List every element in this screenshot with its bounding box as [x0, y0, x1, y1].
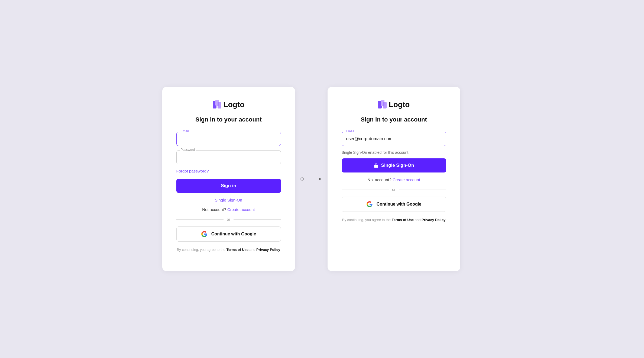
- right-terms-text: By continuing, you agree to the Terms of…: [342, 217, 446, 228]
- right-divider: or: [342, 187, 446, 192]
- left-card: Logto Sign in to your account Email Pass…: [162, 87, 295, 271]
- left-password-label: Password: [180, 148, 196, 152]
- right-divider-text: or: [392, 187, 395, 192]
- forgot-password-link[interactable]: Forgot password?: [176, 169, 281, 173]
- left-divider: or: [176, 217, 281, 222]
- left-password-field-wrapper: Password: [176, 150, 281, 164]
- svg-point-3: [301, 178, 303, 180]
- right-sso-button[interactable]: Single Sign-On: [342, 158, 446, 172]
- right-privacy-policy-link[interactable]: Privacy Policy: [422, 218, 445, 222]
- left-email-input[interactable]: [176, 132, 281, 146]
- sign-in-button[interactable]: Sign in: [176, 179, 281, 193]
- right-no-account-text: Not account?: [367, 177, 391, 182]
- left-divider-text: or: [227, 217, 230, 222]
- left-divider-line-right: [234, 219, 281, 220]
- right-email-input[interactable]: [342, 132, 446, 146]
- svg-rect-2: [218, 102, 221, 108]
- left-terms-text: By continuing, you agree to the Terms of…: [176, 247, 281, 258]
- left-google-button[interactable]: Continue with Google: [176, 226, 281, 242]
- left-terms-of-use-link[interactable]: Terms of Use: [226, 248, 248, 252]
- right-email-field-wrapper: Email: [342, 132, 446, 146]
- left-password-input[interactable]: [176, 150, 281, 164]
- right-sso-hint: Single Sign-On enabled for this account.: [342, 150, 446, 155]
- right-google-button-label: Continue with Google: [377, 202, 421, 207]
- left-email-label: Email: [180, 129, 190, 133]
- right-google-button[interactable]: Continue with Google: [342, 197, 446, 212]
- left-no-account-text: Not account?: [202, 207, 226, 212]
- left-divider-line-left: [176, 219, 224, 220]
- left-sso-link[interactable]: Single Sign-On: [176, 198, 281, 202]
- right-card: Logto Sign in to your account Email Sing…: [328, 87, 460, 271]
- left-google-button-label: Continue with Google: [211, 232, 256, 236]
- right-card-title: Sign in to your account: [361, 116, 427, 123]
- logo-text: Logto: [224, 100, 245, 109]
- right-divider-line-left: [342, 190, 389, 190]
- flow-arrow: [300, 176, 322, 182]
- left-privacy-policy-link[interactable]: Privacy Policy: [256, 248, 280, 252]
- right-form: Email Single Sign-On enabled for this ac…: [342, 132, 446, 228]
- logto-logo-icon: [213, 100, 221, 110]
- right-email-label: Email: [345, 129, 355, 133]
- svg-marker-5: [319, 178, 322, 180]
- right-logto-logo-icon: [378, 100, 387, 110]
- right-divider-line-right: [399, 190, 446, 190]
- right-no-account-row: Not account? Create account: [342, 177, 446, 182]
- left-form: Email Password Forgot password? Sign in …: [176, 132, 281, 258]
- google-g-icon: [201, 231, 208, 237]
- right-google-g-icon: [366, 201, 373, 207]
- right-create-account-link[interactable]: Create account: [393, 177, 420, 182]
- svg-rect-8: [383, 102, 387, 108]
- left-no-account-row: Not account? Create account: [176, 207, 281, 212]
- page-wrapper: Logto Sign in to your account Email Pass…: [162, 87, 482, 271]
- logo-area: Logto: [213, 100, 245, 110]
- left-email-field-wrapper: Email: [176, 132, 281, 146]
- right-logo-area: Logto: [378, 100, 410, 110]
- right-terms-of-use-link[interactable]: Terms of Use: [392, 218, 414, 222]
- left-card-title: Sign in to your account: [195, 116, 261, 123]
- left-create-account-link[interactable]: Create account: [227, 207, 255, 212]
- lock-icon: [374, 163, 378, 168]
- right-logo-text: Logto: [389, 100, 410, 109]
- arrow-area: [295, 176, 328, 182]
